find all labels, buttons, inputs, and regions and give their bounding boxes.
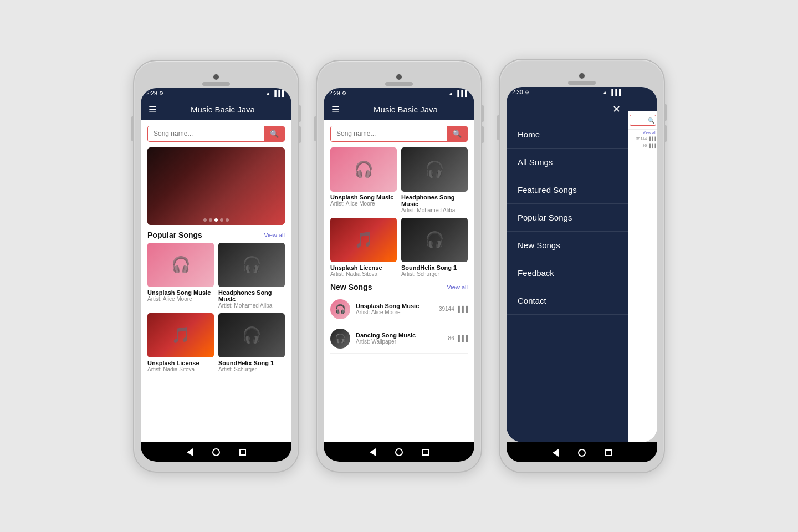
recents-btn-2[interactable] (421, 447, 431, 457)
search-button-2[interactable]: 🔍 (447, 126, 467, 141)
drawer-item-all-songs[interactable]: All Songs (507, 149, 628, 176)
song-artist-1: Artist: Alice Moore (147, 296, 214, 302)
song-card-1[interactable]: 🎧 Unsplash Song Music Artist: Alice Moor… (147, 243, 214, 309)
new-song-item-2[interactable]: 🎧 Dancing Song Music Artist: Wallpaper 8… (330, 324, 468, 354)
close-drawer-icon[interactable]: ✕ (612, 103, 621, 115)
featured-card-3[interactable]: 🎵 Unsplash License Artist: Nadia Sitova (330, 218, 397, 277)
drawer-item-featured[interactable]: Featured Songs (507, 176, 628, 204)
new-songs-header: New Songs View all (324, 277, 474, 295)
back-btn-1[interactable] (185, 447, 195, 457)
ns-count-value-1: 39144 (439, 306, 454, 312)
new-songs-list: 🎧 Unsplash Song Music Artist: Alice Moor… (324, 295, 474, 354)
thumb-4: 🎧 (218, 313, 285, 357)
vol-down-btn-3[interactable] (664, 125, 667, 142)
new-song-item-1[interactable]: 🎧 Unsplash Song Music Artist: Alice Moor… (330, 295, 468, 324)
featured-card-1[interactable]: 🎧 Unsplash Song Music Artist: Alice Moor… (330, 147, 397, 213)
bars-icon-2: ▐▐▐ (456, 335, 468, 341)
speaker-3 (568, 81, 596, 85)
recents-btn-1[interactable] (238, 447, 248, 457)
vol-up-btn-3[interactable] (664, 104, 667, 121)
dot-3-active[interactable] (214, 218, 218, 222)
wifi-icon-3: ▲ (602, 89, 608, 95)
drawer-item-new[interactable]: New Songs (507, 232, 628, 259)
home-btn-2[interactable] (394, 447, 404, 457)
app-title-1: Music Basic Java (162, 105, 284, 114)
status-bar-2: 2:29 ⚙ ▲ ▐▐ ▌ (324, 88, 474, 99)
phone-2: 2:29 ⚙ ▲ ▐▐ ▌ ☰ Music Basic Java 🔍 (316, 60, 482, 473)
drawer-item-contact[interactable]: Contact (507, 287, 628, 315)
phone-screen-3: 🔍 View all 39144 ▐▐▐ 86 ▐▐▐ 2:30 ⚙ (507, 87, 657, 442)
dot-4[interactable] (220, 218, 223, 222)
featured-card-2[interactable]: 🎧 Headphones Song Music Artist: Mohamed … (401, 147, 468, 213)
thumb-2: 🎧 (218, 243, 285, 287)
dot-5[interactable] (226, 218, 229, 222)
power-btn-2[interactable] (314, 116, 316, 141)
app-title-2: Music Basic Java (345, 105, 467, 114)
featured-name-2: Headphones Song Music (401, 194, 468, 207)
featured-artist-3: Artist: Nadia Sitova (330, 271, 397, 277)
vol-up-btn[interactable] (299, 105, 301, 122)
hamburger-icon[interactable]: ☰ (149, 104, 156, 115)
recents-btn-3[interactable] (603, 448, 613, 458)
featured-thumb-2: 🎧 (401, 147, 468, 192)
home-btn-1[interactable] (211, 447, 221, 457)
gear-icon-3: ⚙ (525, 90, 529, 95)
song-card-2[interactable]: 🎧 Headphones Song Music Artist: Mohamed … (218, 243, 285, 309)
featured-thumb-1: 🎧 (330, 147, 397, 192)
featured-name-4: SoundHelix Song 1 (401, 264, 468, 271)
wifi-icon-2: ▲ (448, 90, 454, 96)
featured-card-4[interactable]: 🎧 SoundHelix Song 1 Artist: Schurger (401, 218, 468, 277)
search-bar-1: 🔍 (141, 120, 291, 147)
ns-name-2: Dancing Song Music (356, 332, 443, 339)
thumb-3: 🎵 (147, 313, 214, 357)
ns-count-1: 39144 ▐▐▐ (439, 306, 468, 312)
song-card-3[interactable]: 🎵 Unsplash License Artist: Nadia Sitova (147, 313, 214, 372)
dot-1[interactable] (203, 218, 207, 222)
power-btn[interactable] (131, 116, 134, 141)
search-button-1[interactable]: 🔍 (264, 126, 284, 141)
home-btn-3[interactable] (577, 448, 587, 458)
featured-name-3: Unsplash License (330, 264, 397, 271)
drawer-item-popular[interactable]: Popular Songs (507, 204, 628, 232)
ns-artist-1: Artist: Alice Moore (356, 309, 433, 315)
drawer-item-home[interactable]: Home (507, 121, 628, 149)
phone-top-bezel-2 (324, 71, 474, 88)
drawer-item-feedback[interactable]: Feedback (507, 259, 628, 287)
search-input-2[interactable] (331, 126, 447, 141)
vol-down-btn-2[interactable] (482, 126, 484, 143)
bars-icon-1: ▐▐▐ (456, 306, 468, 312)
vol-down-btn[interactable] (299, 126, 301, 143)
wifi-icon: ▲ (265, 90, 271, 96)
ns-count-2: 86 ▐▐▐ (448, 335, 468, 341)
screen-content-2: 🔍 🎧 Unsplash Song Music Artist: Alice Mo… (324, 120, 474, 442)
song-artist-4: Artist: Schurger (218, 366, 285, 372)
banner-dots (147, 215, 285, 225)
song-card-4[interactable]: 🎧 SoundHelix Song 1 Artist: Schurger (218, 313, 285, 372)
back-btn-3[interactable] (550, 448, 560, 458)
time-display-2: 2:29 (329, 90, 340, 96)
ns-avatar-1: 🎧 (330, 299, 350, 319)
vol-up-btn-2[interactable] (482, 105, 484, 122)
status-bar-1: 2:29 ⚙ ▲ ▐▐ ▌ (141, 88, 291, 99)
search-input-1[interactable] (148, 126, 264, 141)
hamburger-icon-2[interactable]: ☰ (331, 104, 339, 115)
popular-view-all[interactable]: View all (264, 232, 285, 238)
drawer-overlay: 2:30 ⚙ ▲ ▐▐ ▌ ✕ Home All Songs Featured … (507, 87, 628, 442)
search-bar-2: 🔍 (324, 120, 474, 147)
ns-count-value-2: 86 (448, 335, 454, 341)
time-display: 2:29 (146, 90, 157, 96)
status-bar-3: 2:30 ⚙ ▲ ▐▐ ▌ (507, 87, 628, 98)
phone-top-bezel (141, 71, 291, 88)
ns-artist-2: Artist: Wallpaper (356, 339, 443, 345)
drawer-menu: Home All Songs Featured Songs Popular So… (507, 121, 628, 442)
app-bar-2: ☰ Music Basic Java (324, 99, 474, 120)
battery-icon-2: ▌ (465, 90, 469, 96)
phone-1: 2:29 ⚙ ▲ ▐▐ ▌ ☰ Music Basic Java 🔍 (133, 60, 299, 473)
dot-2[interactable] (209, 218, 212, 222)
signal-icon-2: ▐▐ (456, 90, 463, 96)
featured-thumb-3: 🎵 (330, 218, 397, 262)
thumb-1: 🎧 (147, 243, 214, 287)
back-btn-2[interactable] (367, 447, 377, 457)
new-view-all[interactable]: View all (447, 284, 468, 290)
power-btn-3[interactable] (497, 115, 499, 140)
